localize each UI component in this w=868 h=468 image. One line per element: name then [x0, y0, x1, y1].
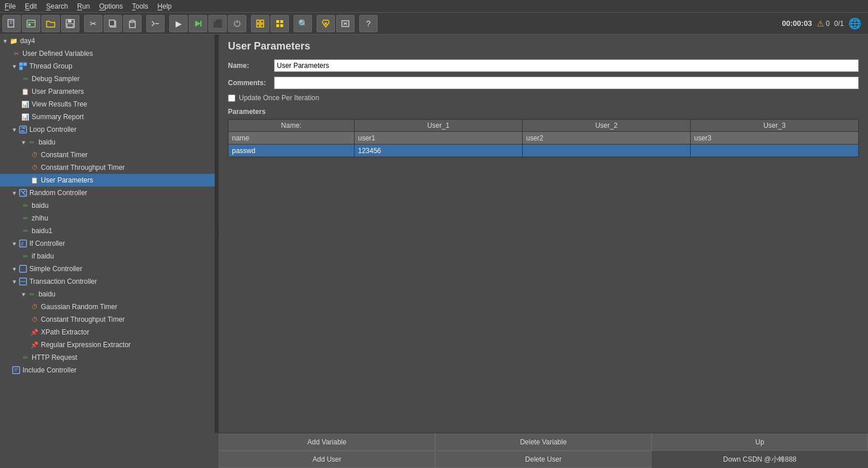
tree-item-user-params-selected[interactable]: 📋 User Parameters: [0, 174, 218, 187]
new-button[interactable]: [2, 15, 21, 32]
paste-button[interactable]: [123, 15, 142, 32]
menu-edit[interactable]: Edit: [20, 1, 41, 12]
table-row[interactable]: name user1 user2 user3: [229, 132, 859, 144]
svg-rect-46: [13, 367, 20, 374]
tree-item-thread-group[interactable]: ▼ Thread Group: [0, 60, 218, 73]
search-button[interactable]: 🔍: [294, 15, 312, 32]
tree-item-view-results-tree[interactable]: 📊 View Results Tree: [0, 98, 218, 111]
expand-button[interactable]: [146, 15, 165, 32]
svg-rect-23: [261, 24, 264, 27]
remote-run-button[interactable]: [251, 15, 269, 32]
tree-item-http-request[interactable]: ✏ HTTP Request: [0, 351, 218, 364]
svg-text:if: if: [21, 241, 24, 247]
stop-button[interactable]: ⬛: [208, 15, 227, 32]
tree-item-if-controller[interactable]: ▼ if If Controller: [0, 237, 218, 250]
delete-variable-button[interactable]: Delete Variable: [435, 433, 652, 451]
tree-item-user-params-top[interactable]: 📋 User Parameters: [0, 85, 218, 98]
tree-item-random-controller[interactable]: ▼ Random Controller: [0, 187, 218, 199]
tree-item-include-controller[interactable]: Include Controller: [0, 364, 218, 376]
svg-rect-8: [68, 20, 71, 22]
save-button[interactable]: [61, 15, 79, 32]
tree-item-const-throughput-2[interactable]: ⏱ Constant Throughput Timer: [0, 313, 218, 326]
comments-input[interactable]: [274, 77, 859, 89]
tree-item-day4[interactable]: ▼ 📁 day4: [0, 35, 218, 47]
globe-icon: 🌐: [848, 17, 861, 30]
shutdown-button[interactable]: [228, 15, 246, 32]
warning-icon: ⚠: [817, 19, 824, 28]
comments-label: Comments:: [228, 79, 274, 87]
tree-item-baidu-3[interactable]: ▼ ✏ baidu: [0, 288, 218, 300]
tree-item-zhihu[interactable]: ✏ zhihu: [0, 212, 218, 225]
svg-rect-11: [109, 20, 115, 26]
tree-item-summary-report[interactable]: 📊 Summary Report: [0, 111, 218, 123]
right-panel: User Parameters Name: Comments: Update O…: [219, 35, 868, 433]
expand-triangle: ▼: [12, 63, 17, 70]
tree-label: Constant Throughput Timer: [41, 163, 125, 172]
clear-button[interactable]: [317, 15, 335, 32]
open-button[interactable]: [41, 15, 60, 32]
table-row[interactable]: passwd 123456: [229, 144, 859, 157]
random-icon: [18, 188, 28, 197]
tree-item-regex-extractor[interactable]: 📌 Regular Expression Extractor: [0, 338, 218, 351]
up-button[interactable]: Up: [652, 433, 868, 451]
tree-item-const-throughput-timer[interactable]: ⏱ Constant Throughput Timer: [0, 161, 218, 174]
svg-rect-35: [24, 63, 26, 66]
svg-rect-27: [280, 24, 283, 27]
tree-item-constant-timer[interactable]: ⏱ Constant Timer: [0, 149, 218, 161]
menu-options[interactable]: Options: [94, 1, 127, 12]
col-header-user2: User_2: [523, 120, 691, 132]
panel-resizer[interactable]: ⋮: [215, 35, 218, 433]
if-icon: if: [18, 239, 28, 248]
comments-row: Comments:: [228, 77, 859, 89]
statusbar-text: Down CSDN @小蜂888: [723, 455, 797, 465]
user-params-icon: 📋: [21, 87, 30, 96]
cell-name-0: name: [229, 132, 355, 144]
menu-help[interactable]: Help: [153, 1, 177, 12]
cell-user1-1: 123456: [355, 144, 523, 157]
start-button[interactable]: ▶: [169, 15, 188, 32]
svg-rect-20: [257, 20, 260, 23]
start-nopause-button[interactable]: [189, 15, 207, 32]
tree-item-baidu1[interactable]: ✏ baidu1: [0, 225, 218, 237]
expand-triangle: ▼: [2, 38, 8, 44]
cut-button[interactable]: ✂: [84, 15, 102, 32]
tree-label: Summary Report: [32, 113, 84, 121]
name-input[interactable]: [274, 59, 859, 72]
tree-item-baidu-2[interactable]: ✏ baidu: [0, 199, 218, 212]
tree-label: baidu1: [32, 227, 52, 235]
delete-user-button[interactable]: Delete User: [435, 451, 652, 468]
update-once-checkbox[interactable]: [228, 94, 235, 102]
folder-icon: 📁: [9, 36, 18, 45]
http-icon-4: ✏: [21, 226, 30, 235]
tree-item-baidu-1[interactable]: ▼ ✏ baidu: [0, 136, 218, 149]
tree-item-loop-controller[interactable]: ▼ Loop Controller: [0, 123, 218, 136]
tree-label: Random Controller: [29, 189, 87, 197]
add-variable-button[interactable]: Add Variable: [219, 433, 435, 451]
menu-run[interactable]: Run: [73, 1, 94, 12]
col-header-name: Name:: [229, 120, 355, 132]
remote-stop-button[interactable]: [271, 15, 289, 32]
tree-label: baidu: [39, 138, 55, 146]
transaction-icon: [18, 277, 28, 286]
svg-rect-9: [67, 24, 73, 27]
clear-all-button[interactable]: [336, 15, 355, 32]
tree-item-xpath-extractor[interactable]: 📌 XPath Extractor: [0, 326, 218, 338]
copy-button[interactable]: [104, 15, 122, 32]
templates-button[interactable]: [22, 15, 40, 32]
checkbox-row: Update Once Per Iteration: [228, 94, 859, 102]
tree-item-user-defined-vars[interactable]: ✂ User Defined Variables: [0, 47, 218, 60]
timer-display: 00:00:03: [782, 19, 812, 28]
tree-item-gaussian-timer[interactable]: ⏱ Gaussian Random Timer: [0, 300, 218, 313]
menu-tools[interactable]: Tools: [128, 1, 153, 12]
menu-file[interactable]: File: [0, 1, 20, 12]
tree-item-simple-controller[interactable]: ▼ Simple Controller: [0, 262, 218, 275]
help-button[interactable]: ?: [359, 15, 378, 32]
tree-item-transaction-controller[interactable]: ▼ Transaction Controller: [0, 275, 218, 288]
name-label: Name:: [228, 62, 274, 70]
svg-rect-24: [276, 20, 279, 23]
tree-item-if-baidu[interactable]: ✏ if baidu: [0, 250, 218, 262]
add-user-button[interactable]: Add User: [219, 451, 435, 468]
svg-rect-21: [261, 20, 264, 23]
tree-item-debug-sampler[interactable]: ✏ Debug Sampler: [0, 73, 218, 85]
menu-search[interactable]: Search: [41, 1, 73, 12]
